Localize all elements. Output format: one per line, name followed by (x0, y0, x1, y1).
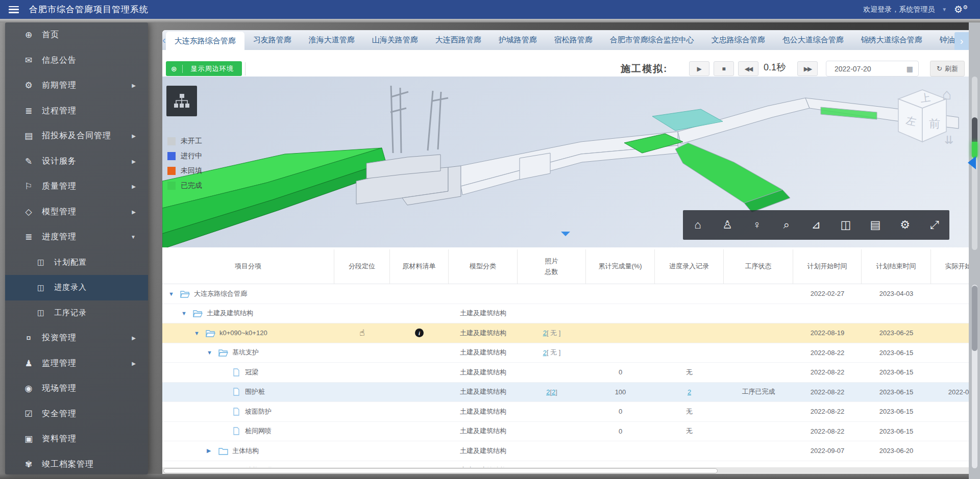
material-info-icon[interactable]: i (415, 329, 424, 337)
tab-合肥市管廊综合监控中心[interactable]: 合肥市管廊综合监控中心 (601, 30, 703, 50)
system-settings-gear-icon[interactable]: ⚙⚙ (954, 4, 968, 15)
tree-expand-arrow[interactable]: ▼ (194, 330, 206, 336)
tab-大连西路管廊[interactable]: 大连西路管廊 (427, 30, 490, 50)
record-count-link[interactable]: 2 (688, 388, 691, 396)
message-icon: ✉ (23, 55, 34, 66)
box-select-icon[interactable]: ⌕ (776, 218, 797, 232)
locate-hand-icon[interactable]: ☝ (359, 327, 364, 338)
sidebar-item-资料管理[interactable]: ▣ 资料管理 (5, 426, 148, 452)
view-home-icon[interactable]: ⌂ (942, 86, 951, 103)
tree-expand-arrow[interactable]: ▼ (207, 349, 218, 356)
table-row-基坑支护[interactable]: ▼ 基坑支护土建及建筑结构2 [ 无 ]2022-08-222023-06-15 (162, 343, 969, 363)
sim-play-button[interactable]: ▶ (689, 61, 709, 76)
sidebar-item-工序记录[interactable]: ◫ 工序记录 (5, 300, 148, 326)
report-icon[interactable]: ▤ (865, 218, 886, 232)
tab-山海关路管廊[interactable]: 山海关路管廊 (363, 30, 427, 50)
sidebar-item-招投标及合同管理[interactable]: ▤ 招投标及合同管理▶ (5, 123, 148, 149)
location-pin-icon[interactable]: ♀ (747, 218, 767, 232)
table-scrollbar[interactable] (972, 285, 977, 468)
tab-大连东路综合管廊[interactable]: 大连东路综合管廊 (166, 32, 244, 50)
show-environment-button[interactable]: ⊛ 显示周边环境 (166, 61, 242, 76)
record-cell: 无 (655, 363, 724, 382)
tab-淮海大道管廊[interactable]: 淮海大道管廊 (300, 30, 363, 50)
table-row-坡面防护[interactable]: 坡面防护土建及建筑结构0无2022-08-222023-06-15 (162, 402, 969, 422)
environment-gear-icon: ⊛ (166, 65, 183, 73)
actual-start-cell (931, 402, 969, 421)
tree-node-label: 主体结构 (232, 446, 259, 456)
sim-slower-button[interactable]: ◀◀ (738, 61, 758, 76)
walk-person-icon[interactable]: ♙ (717, 218, 738, 232)
sidebar-item-投资管理[interactable]: ¤ 投资管理▶ (5, 325, 148, 351)
measure-icon[interactable]: ⊿ (806, 218, 826, 232)
app-title: 合肥市综合管廊项目管理系统 (29, 4, 149, 15)
sidebar-item-过程管理[interactable]: ≣ 过程管理 (5, 98, 148, 124)
simulation-label: 施工模拟: (621, 62, 668, 75)
table-row-大连东路综合管廊[interactable]: ▼ 大连东路综合管廊2022-02-272023-04-03 (162, 284, 969, 304)
viewport-scrollbar-thumb[interactable] (972, 117, 977, 143)
actual-start-cell (931, 441, 969, 461)
column-header-进度录入记录: 进度录入记录 (655, 249, 724, 284)
process-status-cell (724, 284, 793, 304)
sidebar-item-信息公告[interactable]: ✉ 信息公告 (5, 48, 148, 73)
tab-文忠路综合管廊[interactable]: 文忠路综合管廊 (703, 30, 774, 50)
horizontal-scrollbar-thumb[interactable] (163, 468, 718, 473)
photo-count-link[interactable]: 2 (552, 388, 555, 396)
sim-faster-button[interactable]: ▶▶ (797, 61, 818, 76)
horizontal-scrollbar[interactable] (162, 467, 969, 474)
photo-count-link[interactable]: 2 (546, 388, 550, 396)
settings-gear-icon[interactable]: ⚙ (895, 218, 915, 232)
sidebar-item-安全管理[interactable]: ☑ 安全管理 (5, 401, 148, 427)
tab-锦绣大道综合管廊[interactable]: 锦绣大道综合管廊 (852, 30, 931, 50)
panel-collapse-arrow[interactable] (968, 156, 976, 169)
tab-包公大道综合管廊[interactable]: 包公大道综合管廊 (774, 30, 852, 50)
refresh-button[interactable]: ↻ 刷新 (930, 61, 965, 77)
view-collapse-icon[interactable]: ⇊ (944, 134, 953, 147)
tab-习友路管廊[interactable]: 习友路管廊 (244, 30, 300, 50)
section-box-icon[interactable]: ◫ (836, 218, 856, 232)
box-icon: ◫ (36, 258, 46, 267)
sidebar-item-进度管理[interactable]: ≣ 进度管理▼ (5, 224, 148, 250)
tab-护城路管廊[interactable]: 护城路管廊 (490, 30, 546, 50)
process-status-cell (724, 422, 793, 441)
sidebar-item-质量管理[interactable]: ⚐ 质量管理▶ (5, 174, 148, 199)
tab-宿松路管廊[interactable]: 宿松路管廊 (546, 30, 601, 50)
process-status-cell (724, 304, 793, 323)
sidebar-item-竣工档案管理[interactable]: ✾ 竣工档案管理 (5, 452, 148, 475)
table-row-冠梁[interactable]: 冠梁土建及建筑结构0无2022-08-222023-06-15 (162, 363, 969, 383)
sidebar-item-设计服务[interactable]: ✎ 设计服务▶ (5, 149, 148, 174)
viewport-collapse-triangle[interactable] (561, 232, 570, 236)
sidebar-item-现场管理[interactable]: ◉ 现场管理 (5, 376, 148, 401)
tabs-scroll-left-icon[interactable]: ‹ (162, 30, 166, 50)
table-row-土建及建筑结构[interactable]: ▼ 土建及建筑结构土建及建筑结构 (162, 304, 969, 324)
sidebar-item-计划配置[interactable]: ◫ 计划配置 (5, 250, 148, 275)
home-icon[interactable]: ⌂ (688, 218, 708, 232)
sidebar-item-首页[interactable]: ⊕ 首页 (5, 22, 148, 48)
table-row-主体结构[interactable]: ▶ 主体结构土建及建筑结构2022-09-072023-06-20 (162, 441, 969, 461)
tabs-scroll-right-icon[interactable]: › (954, 32, 969, 50)
welcome-user-label: 欢迎登录，系统管理员 (863, 5, 935, 14)
legend-item: 未回填 (167, 163, 202, 178)
sidebar-item-监理管理[interactable]: ♟ 监理管理▶ (5, 351, 148, 376)
table-row-围护桩[interactable]: 围护桩土建及建筑结构2 [ 2 ]1002工序已完成2022-08-222023… (162, 383, 969, 402)
tree-expand-arrow[interactable]: ▼ (168, 291, 180, 297)
sidebar-item-前期管理[interactable]: ⚙ 前期管理▶ (5, 73, 148, 98)
sidebar-item-模型管理[interactable]: ◇ 模型管理▶ (5, 199, 148, 225)
sidebar-item-进度录入[interactable]: ◫ 进度录入 (5, 275, 148, 300)
photo-count-cell (518, 304, 586, 323)
user-caret-down-icon[interactable]: ▼ (942, 7, 947, 12)
progress-table: 项目分项分段定位原材料清单模型分类照片 总数累计完成量(%)进度录入记录工序状态… (162, 248, 969, 471)
sim-stop-button[interactable]: ■ (714, 61, 734, 76)
table-body: ▼ 大连东路综合管廊2022-02-272023-04-03 ▼ 土建及建筑结构… (162, 284, 969, 471)
photo-count-link[interactable]: 2 (543, 349, 547, 357)
fullscreen-icon[interactable]: ⤢ (924, 218, 945, 232)
table-row-k0+090~k0+120[interactable]: ▼ k0+090~k0+120☝i土建及建筑结构2 [ 无 ]2022-08-1… (162, 323, 969, 343)
sim-date-picker[interactable]: 2022-07-20 ▦ (826, 61, 919, 77)
model-class-cell: 土建及建筑结构 (449, 363, 518, 382)
tree-expand-arrow[interactable]: ▼ (181, 310, 193, 316)
table-row-桩间网喷[interactable]: 桩间网喷土建及建筑结构0无2022-08-222023-06-15 (162, 422, 969, 442)
hamburger-menu-icon[interactable] (9, 6, 19, 13)
photo-count-link[interactable]: 2 (543, 329, 547, 337)
model-tree-button[interactable] (166, 86, 197, 116)
table-scrollbar-thumb[interactable] (972, 286, 977, 351)
tree-expand-arrow[interactable]: ▶ (207, 447, 218, 454)
